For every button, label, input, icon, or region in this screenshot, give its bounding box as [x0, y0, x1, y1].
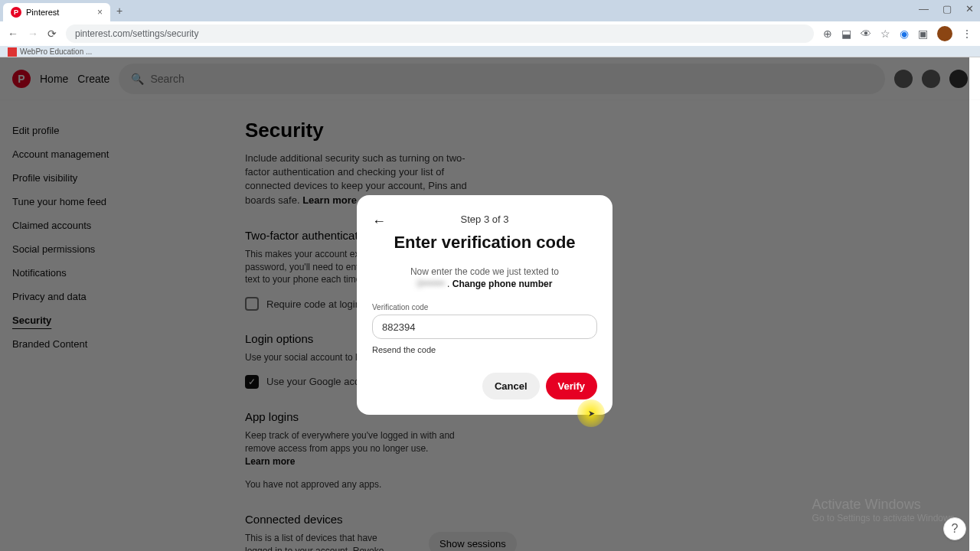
address-bar: ← → ⟳ pinterest.com/settings/security ⊕ … — [0, 21, 980, 46]
resend-code-link[interactable]: Resend the code — [372, 345, 597, 354]
code-field-label: Verification code — [372, 303, 597, 311]
step-indicator: Step 3 of 3 — [372, 214, 597, 225]
watermark-title: Activate Windows — [812, 497, 957, 513]
back-icon[interactable]: ← — [8, 28, 18, 40]
bookmarks-bar: WebPro Education ... — [0, 46, 980, 57]
phone-row: 0••••••• . Change phone number — [372, 279, 597, 289]
modal-overlay: ← Step 3 of 3 Enter verification code No… — [0, 57, 969, 551]
pinterest-favicon: P — [11, 7, 21, 18]
tab-title: Pinterest — [26, 8, 59, 17]
tab-bar: P Pinterest × + — ▢ ✕ — [0, 0, 980, 21]
bookmark-favicon — [8, 47, 17, 57]
verify-button[interactable]: Verify — [546, 373, 597, 399]
cursor-highlight-icon: ➤ — [577, 399, 605, 427]
change-phone-link[interactable]: Change phone number — [452, 279, 553, 289]
close-tab-icon[interactable]: × — [97, 7, 103, 18]
close-window-icon[interactable]: ✕ — [965, 3, 974, 15]
back-arrow-icon[interactable]: ← — [372, 214, 386, 230]
bookmark-item[interactable]: WebPro Education ... — [20, 47, 92, 56]
masked-phone: 0••••••• — [417, 279, 445, 289]
browser-chrome: P Pinterest × + — ▢ ✕ ← → ⟳ pinterest.co… — [0, 0, 980, 57]
profile-avatar-icon[interactable] — [937, 26, 952, 41]
minimize-icon[interactable]: — — [919, 3, 929, 15]
reload-icon[interactable]: ⟳ — [47, 28, 57, 40]
siteinfo-icon[interactable]: ▣ — [918, 28, 928, 40]
modal-actions: Cancel Verify — [372, 373, 597, 399]
help-button[interactable]: ? — [943, 517, 966, 540]
modal-instruction: Now enter the code we just texted to — [372, 266, 597, 277]
extension-icon[interactable]: ◉ — [900, 28, 909, 40]
modal-title: Enter verification code — [372, 233, 597, 253]
activate-windows-watermark: Activate Windows Go to Settings to activ… — [812, 497, 957, 523]
chrome-menu-icon[interactable]: ⋮ — [962, 28, 972, 40]
forward-icon[interactable]: → — [28, 28, 38, 40]
window-controls: — ▢ ✕ — [919, 3, 974, 15]
translate-icon[interactable]: ⊕ — [823, 28, 832, 40]
verification-modal: ← Step 3 of 3 Enter verification code No… — [357, 195, 612, 415]
url-field[interactable]: pinterest.com/settings/security — [66, 24, 814, 43]
url-text: pinterest.com/settings/security — [75, 28, 198, 39]
bookmark-star-icon[interactable]: ☆ — [880, 28, 890, 40]
install-icon[interactable]: ⬓ — [841, 28, 851, 40]
chrome-actions: ⊕ ⬓ 👁 ☆ ◉ ▣ ⋮ — [823, 26, 972, 41]
eye-icon[interactable]: 👁 — [861, 28, 871, 40]
maximize-icon[interactable]: ▢ — [942, 3, 952, 15]
cancel-button[interactable]: Cancel — [482, 373, 540, 399]
verification-code-input[interactable] — [372, 315, 597, 339]
new-tab-button[interactable]: + — [116, 5, 122, 17]
browser-tab[interactable]: P Pinterest × — [3, 3, 110, 21]
watermark-subtitle: Go to Settings to activate Windows. — [812, 513, 957, 523]
